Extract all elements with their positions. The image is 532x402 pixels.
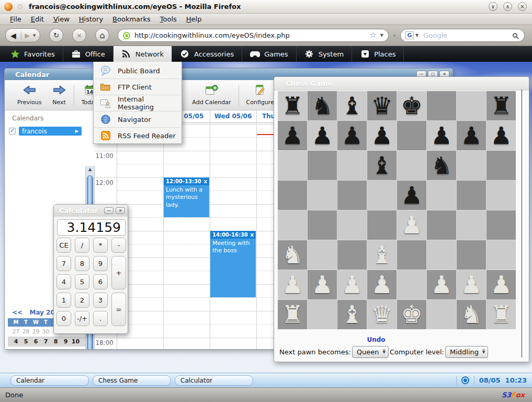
forward-button[interactable]: ▶ <box>21 32 33 39</box>
event-close-button[interactable]: x <box>204 178 207 184</box>
taskbar-button-calendar[interactable]: Calendar <box>10 375 89 386</box>
minimize-button[interactable]: — <box>104 207 114 214</box>
board-square[interactable] <box>308 240 337 270</box>
reload-button[interactable]: ↻ <box>49 28 63 42</box>
calc-key-sym16[interactable]: -/+ <box>75 311 89 326</box>
calc-key-4[interactable]: 4 <box>56 274 71 289</box>
calc-key-sym17[interactable]: . <box>93 311 108 326</box>
board-square[interactable] <box>457 151 486 180</box>
toolbar-button-add-calendar[interactable]: Add Calendar <box>187 80 236 110</box>
calc-key-sym3[interactable]: - <box>111 238 126 253</box>
minical-day[interactable]: 15 <box>51 348 61 349</box>
board-square[interactable]: ♜ <box>278 91 307 120</box>
board-square[interactable]: ♝ <box>337 91 367 120</box>
calc-key-2[interactable]: 2 <box>75 293 89 308</box>
menu-item-ftp-client[interactable]: FTP Client <box>94 79 182 95</box>
board-square[interactable] <box>486 151 516 180</box>
menubar-tab-accessories[interactable]: Accessories <box>172 46 242 62</box>
search-engine-icon[interactable]: G <box>405 31 414 39</box>
board-square[interactable]: ♚ <box>397 300 426 329</box>
board-square[interactable] <box>397 240 426 270</box>
board-square[interactable]: ♟ <box>397 181 426 210</box>
menubar-tab-favorites[interactable]: Favorites <box>2 46 63 62</box>
board-square[interactable] <box>278 151 307 180</box>
board-square[interactable] <box>427 181 456 210</box>
board-square[interactable]: ♜ <box>486 300 516 329</box>
board-square[interactable] <box>278 210 307 240</box>
board-square[interactable] <box>337 210 367 240</box>
back-button[interactable]: ◀ <box>6 31 21 40</box>
calendar-checkbox[interactable] <box>9 128 16 135</box>
calc-key-1[interactable]: 1 <box>56 293 71 308</box>
scroll-up-icon[interactable]: ▲ <box>86 167 94 172</box>
board-square[interactable]: ♟ <box>337 121 367 150</box>
board-square[interactable]: ♚ <box>397 91 426 120</box>
close-button[interactable]: ✕ <box>116 207 125 214</box>
eyeos-clock-icon[interactable] <box>461 376 469 384</box>
board-square[interactable]: ♟ <box>278 121 307 150</box>
board-square[interactable]: ♟ <box>427 270 456 299</box>
event-close-button[interactable]: x <box>251 232 254 238</box>
board-square[interactable] <box>308 181 337 210</box>
taskbar-button-chess-game[interactable]: Chess Game <box>93 375 171 386</box>
board-square[interactable] <box>457 210 486 240</box>
board-square[interactable]: ♟ <box>457 270 486 299</box>
calc-key-ce[interactable]: CE <box>56 238 71 253</box>
board-square[interactable]: ♛ <box>367 91 397 120</box>
board-square[interactable] <box>308 151 337 180</box>
board-square[interactable]: ♟ <box>308 270 337 299</box>
board-square[interactable]: ♛ <box>367 300 397 329</box>
calendar-list-item[interactable]: francois▶ <box>9 127 82 136</box>
chess-titlebar[interactable]: Chess Game <box>274 77 529 91</box>
browser-titlebar[interactable]: francois@cookingwithlinux.com/eyeOS - Mo… <box>0 0 532 14</box>
pawn-promotion-select[interactable]: Queen ▼ <box>352 346 389 358</box>
browser-menu-bookmarks[interactable]: Bookmarks <box>108 15 155 23</box>
board-square[interactable] <box>427 91 456 120</box>
board-square[interactable]: ♟ <box>367 121 397 150</box>
board-square[interactable]: ♝ <box>337 300 367 329</box>
board-square[interactable] <box>337 240 367 270</box>
board-square[interactable]: ♟ <box>457 121 486 150</box>
board-square[interactable] <box>397 270 426 299</box>
calc-key-9[interactable]: 9 <box>93 256 108 271</box>
board-square[interactable] <box>457 181 486 210</box>
board-square[interactable] <box>367 210 397 240</box>
s3fox-logo[interactable]: S3Fox <box>502 391 525 399</box>
browser-menu-edit[interactable]: Edit <box>26 15 49 23</box>
minical-day[interactable]: 29 <box>31 328 41 335</box>
board-square[interactable] <box>308 300 337 329</box>
menu-item-public-board[interactable]: Public Board <box>94 63 182 79</box>
board-square[interactable] <box>367 181 397 210</box>
calendar-event[interactable]: 14:00-16:30xMeeting with the boss <box>210 231 256 297</box>
menu-item-internal-messaging[interactable]: Internal Messaging <box>94 95 182 111</box>
board-square[interactable]: ♞ <box>427 151 456 180</box>
home-button[interactable]: ⌂ <box>95 28 109 42</box>
minical-day[interactable]: 8 <box>51 338 61 345</box>
minical-day[interactable]: 4 <box>11 338 21 345</box>
minical-day[interactable]: 16 <box>61 348 71 349</box>
search-bar[interactable]: G ▼ Google <box>400 29 525 42</box>
calc-key-7[interactable]: 7 <box>56 256 71 271</box>
board-square[interactable] <box>397 121 426 150</box>
search-input[interactable]: Google <box>423 31 513 39</box>
board-square[interactable]: ♟ <box>486 270 516 299</box>
calendar-event[interactable]: 12:00-13:30xLunch with a mysterious lady… <box>164 177 209 217</box>
minical-day[interactable]: 28 <box>21 328 31 335</box>
minical-day[interactable]: 6 <box>31 338 41 345</box>
menubar-tab-system[interactable]: System <box>297 46 352 62</box>
calc-key-3[interactable]: 3 <box>93 293 108 308</box>
minical-day[interactable]: 13 <box>31 348 41 349</box>
board-square[interactable] <box>427 240 456 270</box>
stop-button[interactable]: × <box>72 28 86 42</box>
board-square[interactable] <box>427 300 456 329</box>
board-square[interactable] <box>457 91 486 120</box>
board-square[interactable]: ♟ <box>367 270 397 299</box>
board-square[interactable]: ♞ <box>457 300 486 329</box>
board-square[interactable]: ♟ <box>427 121 456 150</box>
calc-key-sym2[interactable]: * <box>93 238 108 253</box>
minical-day[interactable]: 9 <box>61 338 71 345</box>
browser-menu-help[interactable]: Help <box>182 15 207 23</box>
close-button[interactable]: × <box>518 2 527 11</box>
toolbar-button-next[interactable]: Next <box>47 80 72 110</box>
minical-day[interactable]: 10 <box>71 338 81 345</box>
